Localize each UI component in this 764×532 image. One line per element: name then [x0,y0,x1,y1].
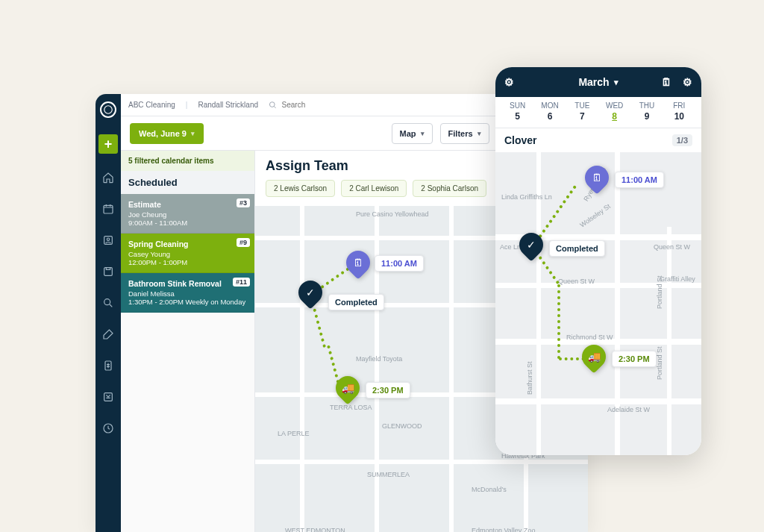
map-pin-label: 2:30 PM [612,351,657,367]
street-label: Queen St W [654,243,690,251]
job-client: Casey Young [128,250,247,258]
timesheet-icon[interactable] [101,421,116,436]
map-pin-label: 11:00 AM [375,255,424,272]
area-label: TERRA LOSA [330,404,372,411]
month-label[interactable]: March [578,76,609,88]
date-label: Wed, June 9 [139,129,187,138]
job-badge: #11 [233,278,250,287]
map-pin-label: 2:30 PM [366,382,410,398]
day-col[interactable]: SUN5 [501,101,533,122]
filters-button[interactable]: Filters▾ [440,123,489,144]
team-chip[interactable]: 2 Sophia Carlson [413,180,486,197]
adjust-icon[interactable]: ⚙ [683,76,692,88]
svg-point-0 [104,106,113,114]
calendar-pin-icon: 🗓 [592,172,602,184]
day-col[interactable]: THU9 [630,101,663,122]
job-client: Daniel Melissa [128,290,247,298]
truck-icon: 🚚 [588,351,601,363]
mobile-app: ⚙ March ▾ 🗓 ⚙ SUN5 MON6 TUE7 WED8 THU9 F… [495,67,701,455]
street-label: Graffiti Alley [660,275,695,283]
street-label: Richmond St W [566,334,613,341]
client-name: Clover [504,134,537,146]
calendar-icon[interactable]: 🗓 [661,76,671,88]
job-card-bathroom[interactable]: #11 Bathroom Stink Removal Daniel Meliss… [121,273,254,313]
job-time: 12:00PM - 1:00PM [128,258,247,266]
schedule-panel: 5 filtered calendar items Scheduled #3 E… [121,151,255,532]
day-col[interactable]: MON6 [533,101,566,122]
team-chip[interactable]: 2 Lewis Carlson [266,180,335,197]
home-icon[interactable] [101,170,116,185]
area-label: WEST EDMONTON [285,527,345,532]
pager-counter: 1/3 [672,134,692,146]
poi-label: McDonald's [472,486,507,493]
section-heading: Scheduled [121,171,254,194]
invoices-icon[interactable] [101,358,116,373]
job-card-estimate[interactable]: #3 Estimate Joe Cheung 9:00AM - 11:00AM [121,194,254,234]
check-icon: ✓ [306,287,315,298]
mobile-title-bar: Clover 1/3 [495,128,701,152]
side-rail: + [96,94,121,532]
street-label: Wolseley St [578,202,612,228]
reports-icon[interactable] [101,389,116,404]
chevron-down-icon: ▾ [614,78,619,87]
map-pin-stop3[interactable]: 🚚 [577,339,610,373]
add-button[interactable]: + [98,134,118,154]
map-pin-label: Completed [328,294,384,310]
map-pin-label: Completed [549,240,605,257]
poi-label: Mayfield Toyota [356,355,402,363]
street-label: Bathurst St [526,361,533,395]
street-label: Queen St W [558,278,595,285]
user-name: Randall Strickland [198,101,258,109]
poi-label: Pure Casino Yellowhead [356,210,429,218]
team-chip[interactable]: 2 Carl Lewison [341,180,407,197]
week-row: SUN5 MON6 TUE7 WED8 THU9 FRI10 [495,97,701,128]
chevron-down-icon: ▾ [421,130,425,137]
svg-rect-4 [104,268,113,276]
job-title: Bathroom Stink Removal [128,279,247,288]
svg-point-5 [104,299,110,305]
requests-icon[interactable] [101,264,116,279]
job-client: Joe Cheung [128,210,247,219]
check-icon: ✓ [527,239,536,251]
job-card-spring[interactable]: #9 Spring Cleaning Casey Young 12:00PM -… [121,234,254,273]
area-label: GLENWOOD [382,422,422,430]
street-label: Adelaide St W [607,406,650,413]
job-title: Estimate [128,200,247,209]
job-time: 1:30PM - 2:00PM Weekly on Monday [128,298,247,306]
svg-point-9 [269,101,275,107]
chevron-down-icon: ▾ [191,130,195,137]
quotes-icon[interactable] [101,295,116,310]
day-col-selected[interactable]: WED8 [598,101,630,122]
street-label: Portland St [656,346,663,380]
map-pin-stop1[interactable]: 🗓 [580,160,613,194]
map-view-button[interactable]: Map▾ [392,123,433,144]
clients-icon[interactable] [101,233,116,248]
job-title: Spring Cleaning [128,240,247,248]
mobile-map[interactable]: Linda Griffiths Ln Ryerson Ave Wolseley … [495,152,701,455]
svg-point-3 [107,238,109,240]
date-picker-button[interactable]: Wed, June 9 ▾ [130,123,204,144]
area-label: LA PERLE [278,430,310,437]
brand-logo[interactable] [100,101,116,118]
map-pin-stop1[interactable]: 🗓 [341,245,375,279]
job-time: 9:00AM - 11:00AM [128,219,247,227]
job-badge: #9 [237,238,250,247]
poi-label: Edmonton Valley Zoo [472,527,535,532]
company-name: ABC Cleaning [128,101,175,109]
svg-rect-1 [104,205,113,213]
job-badge: #3 [237,198,250,207]
area-label: SUMMERLEA [367,471,410,478]
street-label: Ace Ln [500,243,521,251]
filter-summary[interactable]: 5 filtered calendar items [121,151,254,171]
day-col[interactable]: TUE7 [566,101,598,122]
mobile-header: ⚙ March ▾ 🗓 ⚙ [495,67,701,97]
street-label: Linda Griffiths Ln [501,193,552,201]
gear-icon[interactable]: ⚙ [504,76,514,88]
chevron-down-icon: ▾ [478,130,481,137]
calendar-icon[interactable] [101,201,116,216]
day-col[interactable]: FRI10 [663,101,695,122]
jobs-icon[interactable] [101,327,116,342]
calendar-pin-icon: 🗓 [353,257,363,269]
truck-icon: 🚚 [342,382,354,394]
map-pin-label: 11:00 AM [615,172,664,188]
